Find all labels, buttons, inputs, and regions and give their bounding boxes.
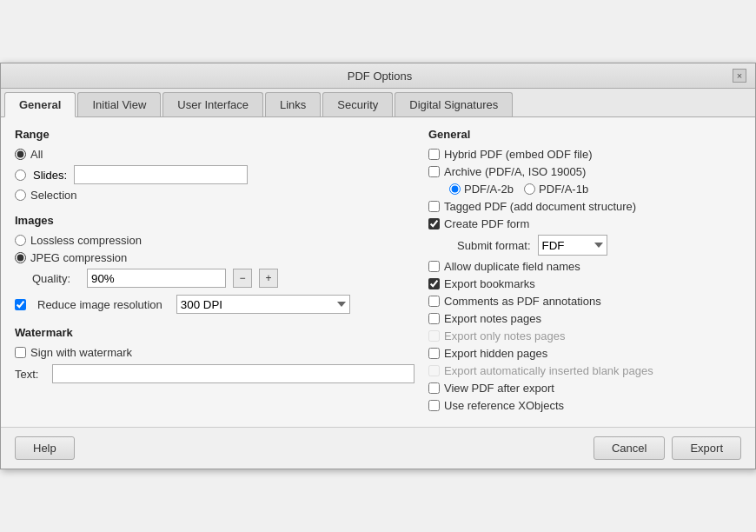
hybrid-row: Hybrid PDF (embed ODF file)	[428, 148, 741, 161]
text-label: Text:	[15, 368, 45, 381]
dialog-title: PDF Options	[27, 70, 733, 83]
archive-label[interactable]: Archive (PDF/A, ISO 19005)	[444, 165, 586, 178]
create-form-checkbox[interactable]	[428, 218, 440, 229]
jpeg-radio[interactable]	[15, 252, 26, 263]
export-hidden-checkbox[interactable]	[428, 348, 440, 359]
reduce-label[interactable]: Reduce image resolution	[37, 298, 162, 311]
watermark-section: Watermark Sign with watermark Text:	[15, 326, 414, 383]
left-panel: Range All Slides: Selection Images	[15, 128, 414, 416]
range-selection-radio[interactable]	[15, 190, 26, 201]
comments-label[interactable]: Comments as PDF annotations	[444, 295, 601, 308]
export-only-notes-row: Export only notes pages	[428, 329, 741, 342]
reduce-resolution-checkbox[interactable]	[15, 299, 26, 310]
dpi-row: Reduce image resolution 72 DPI96 DPI150 …	[15, 295, 414, 314]
pdfa1b-item: PDF/A-1b	[524, 183, 588, 196]
export-bookmarks-checkbox[interactable]	[428, 278, 440, 289]
tab-links[interactable]: Links	[265, 92, 321, 116]
range-selection-row: Selection	[15, 189, 414, 202]
tab-security[interactable]: Security	[322, 92, 393, 116]
export-bookmarks-row: Export bookmarks	[428, 277, 741, 290]
export-notes-checkbox[interactable]	[428, 313, 440, 324]
submit-format-label: Submit format:	[457, 239, 531, 252]
range-all-row: All	[15, 148, 414, 161]
tab-digital-signatures[interactable]: Digital Signatures	[395, 92, 513, 116]
range-title: Range	[15, 128, 414, 141]
export-auto-label[interactable]: Export automatically inserted blank page…	[444, 364, 653, 377]
pdfa2b-item: PDF/A-2b	[449, 183, 514, 196]
allow-duplicate-checkbox[interactable]	[428, 261, 440, 272]
help-button[interactable]: Help	[15, 436, 75, 460]
pdfa1b-radio[interactable]	[524, 183, 535, 195]
cancel-button[interactable]: Cancel	[594, 436, 665, 460]
tagged-row: Tagged PDF (add document structure)	[428, 200, 741, 213]
hybrid-checkbox[interactable]	[428, 149, 440, 160]
pdfa2b-radio[interactable]	[449, 183, 461, 195]
slides-input[interactable]	[74, 165, 248, 184]
export-hidden-label[interactable]: Export hidden pages	[444, 347, 547, 360]
range-slides-row: Slides:	[15, 165, 414, 184]
close-button[interactable]: ×	[733, 69, 746, 83]
hybrid-label[interactable]: Hybrid PDF (embed ODF file)	[444, 148, 592, 161]
range-selection-label[interactable]: Selection	[30, 189, 76, 202]
tab-initial-view[interactable]: Initial View	[77, 92, 161, 116]
use-reference-checkbox[interactable]	[428, 400, 440, 411]
export-notes-label[interactable]: Export notes pages	[444, 312, 541, 325]
export-auto-checkbox[interactable]	[428, 365, 440, 376]
range-all-label[interactable]: All	[30, 148, 43, 161]
sign-watermark-label[interactable]: Sign with watermark	[30, 346, 132, 359]
right-section-title: General	[428, 128, 741, 141]
lossless-label[interactable]: Lossless compression	[30, 234, 142, 247]
export-hidden-row: Export hidden pages	[428, 347, 741, 360]
tab-bar: General Initial View User Interface Link…	[1, 89, 755, 117]
comments-checkbox[interactable]	[428, 296, 440, 307]
export-only-notes-label[interactable]: Export only notes pages	[444, 329, 565, 342]
tab-general[interactable]: General	[4, 92, 76, 117]
bottom-right-buttons: Cancel Export	[594, 436, 741, 460]
create-form-label[interactable]: Create PDF form	[444, 217, 529, 230]
submit-format-row: Submit format: FDF PDF HTML XML	[428, 235, 741, 256]
dpi-select[interactable]: 72 DPI96 DPI150 DPI200 DPI300 DPI600 DPI	[176, 295, 350, 314]
right-panel: General Hybrid PDF (embed ODF file) Arch…	[428, 128, 741, 416]
submit-format-select[interactable]: FDF PDF HTML XML	[538, 235, 607, 256]
watermark-text-row: Text:	[15, 364, 414, 383]
images-section: Images Lossless compression JPEG compres…	[15, 214, 414, 314]
use-reference-label[interactable]: Use reference XObjects	[444, 399, 564, 412]
quality-label: Quality:	[32, 272, 80, 285]
pdfa-radio-row: PDF/A-2b PDF/A-1b	[449, 183, 741, 196]
export-only-notes-checkbox[interactable]	[428, 330, 440, 342]
export-button[interactable]: Export	[672, 436, 741, 460]
comments-row: Comments as PDF annotations	[428, 295, 741, 308]
tagged-checkbox[interactable]	[428, 201, 440, 212]
range-slides-label[interactable]: Slides:	[33, 169, 67, 182]
tab-user-interface[interactable]: User Interface	[162, 92, 263, 116]
allow-duplicate-label[interactable]: Allow duplicate field names	[444, 260, 580, 273]
sign-watermark-checkbox[interactable]	[15, 347, 26, 358]
bottom-bar: Help Cancel Export	[1, 427, 755, 469]
export-auto-row: Export automatically inserted blank page…	[428, 364, 741, 377]
archive-checkbox[interactable]	[428, 166, 440, 177]
export-bookmarks-label[interactable]: Export bookmarks	[444, 277, 535, 290]
pdfa1b-label[interactable]: PDF/A-1b	[539, 183, 588, 196]
view-after-checkbox[interactable]	[428, 382, 440, 394]
range-section: Range All Slides: Selection	[15, 128, 414, 202]
title-bar: PDF Options ×	[1, 63, 755, 89]
tagged-label[interactable]: Tagged PDF (add document structure)	[444, 200, 636, 213]
watermark-text-input[interactable]	[52, 364, 414, 383]
lossless-row: Lossless compression	[15, 234, 414, 247]
quality-minus-button[interactable]: −	[233, 269, 252, 288]
range-all-radio[interactable]	[15, 149, 26, 160]
pdf-options-dialog: PDF Options × General Initial View User …	[0, 63, 756, 469]
lossless-radio[interactable]	[15, 235, 26, 246]
range-slides-radio[interactable]	[15, 170, 26, 181]
view-after-row: View PDF after export	[428, 382, 741, 395]
quality-row: Quality: − +	[15, 269, 414, 288]
archive-row: Archive (PDF/A, ISO 19005)	[428, 165, 741, 178]
quality-input[interactable]	[87, 269, 226, 288]
jpeg-label[interactable]: JPEG compression	[30, 251, 127, 264]
bottom-left-buttons: Help	[15, 436, 75, 460]
use-reference-row: Use reference XObjects	[428, 399, 741, 412]
create-form-row: Create PDF form	[428, 217, 741, 230]
pdfa2b-label[interactable]: PDF/A-2b	[464, 183, 514, 196]
view-after-label[interactable]: View PDF after export	[444, 382, 554, 395]
quality-plus-button[interactable]: +	[259, 269, 278, 288]
